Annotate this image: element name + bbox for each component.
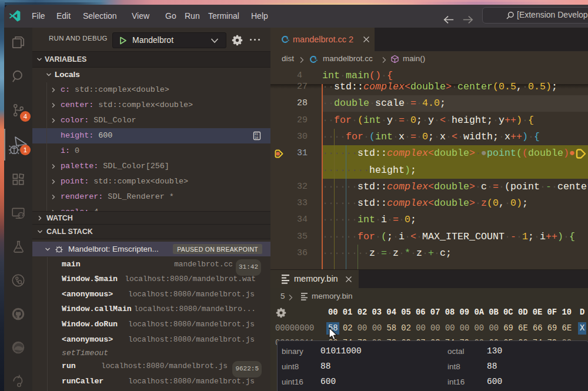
svg-text:10: 10 xyxy=(255,136,258,139)
